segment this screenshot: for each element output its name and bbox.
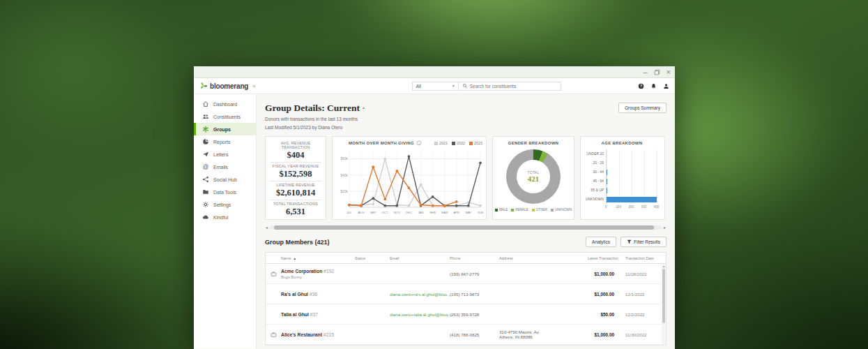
column-header-latest-transaction[interactable]: Latest Transaction: [565, 255, 618, 262]
analytics-button[interactable]: Analytics: [586, 237, 616, 247]
hscroll-track[interactable]: [270, 225, 662, 230]
svg-text:$60k: $60k: [341, 157, 349, 161]
member-email[interactable]: diana.otero+talia.al.ghul@bloo...: [390, 312, 450, 317]
vertical-scrollbar[interactable]: ▲: [662, 265, 666, 345]
account-icon[interactable]: [663, 83, 669, 89]
member-contact: Bugs Bunny: [281, 275, 355, 279]
table-row[interactable]: Acme Corporation #192Bugs Bunny (199) 84…: [266, 264, 666, 284]
legend-swatch: [551, 209, 554, 211]
sidebar-item-social-hub[interactable]: Social Hub: [194, 173, 256, 186]
share-icon: [202, 176, 209, 183]
legend-item[interactable]: 2023: [469, 141, 482, 145]
filter-results-label: Filter Results: [634, 239, 660, 244]
column-header-transaction-date[interactable]: Transaction Date: [618, 255, 660, 262]
hscroll-thumb[interactable]: [274, 225, 654, 230]
member-transaction-date: 11/30/2022: [618, 332, 660, 337]
filter-results-button[interactable]: Filter Results: [620, 237, 667, 247]
svg-text:FEB: FEB: [429, 211, 435, 214]
member-transaction-date: 11/28/2022: [618, 272, 660, 276]
home-icon: [202, 101, 209, 107]
folder-icon: [202, 188, 209, 195]
charts-row: AVG. REVENUE TRANSACTION$404 FISCAL YEAR…: [265, 136, 667, 220]
legend-item[interactable]: 2022: [452, 141, 465, 145]
sidebar-item-emails[interactable]: @ Emails: [194, 161, 256, 173]
age-row: 45 - 64: [584, 177, 660, 186]
help-icon[interactable]: ?: [638, 83, 644, 89]
mom-chart-legend[interactable]: 202120222023: [434, 141, 482, 145]
table-header-row: Name▲ Status Email Phone Address Latest …: [266, 253, 666, 264]
search-scope-dropdown[interactable]: All ▾: [412, 82, 458, 91]
legend-item[interactable]: FEMALE: [511, 208, 528, 211]
legend-label: 2021: [439, 141, 448, 145]
member-phone: (263) 359-9728: [450, 312, 499, 317]
table-row[interactable]: Ra's al Ghul #36 diana.otero+ra's.al.ghu…: [266, 284, 666, 304]
age-bars: UNDER 2020 - 2930 - 4445 - 6465 & UPUNKN…: [584, 149, 660, 204]
legend-item[interactable]: UNKNOWN: [551, 208, 572, 211]
member-email[interactable]: diana.otero+ra's.al.ghul@bloo...: [390, 292, 450, 297]
member-name[interactable]: Ra's al Ghul: [281, 292, 308, 297]
app-header: bloomerang « All ▾ ?: [194, 78, 675, 94]
age-bar[interactable]: [607, 197, 657, 202]
sidebar-item-letters[interactable]: Letters: [194, 148, 256, 161]
member-latest-transaction: $1,000.00: [565, 272, 618, 276]
sidebar-item-data-tools[interactable]: Data Tools: [194, 186, 256, 198]
sidebar-item-kindful[interactable]: Kindful: [194, 211, 256, 223]
gender-breakdown-card: GENDER BREAKDOWN TOTAL 421 MALEFEMALEOTH…: [492, 136, 574, 220]
member-name[interactable]: Talia al Ghul: [281, 312, 309, 317]
sidebar-item-groups[interactable]: Groups: [194, 123, 256, 135]
age-row: UNKNOWN: [584, 195, 660, 204]
svg-text:MAR: MAR: [441, 211, 448, 214]
column-header-name[interactable]: Name▲: [281, 255, 355, 262]
legend-label: OTHER: [536, 208, 547, 211]
notifications-bell-icon[interactable]: [650, 83, 657, 89]
restore-icon[interactable]: [654, 69, 660, 75]
scroll-up-icon[interactable]: ▲: [662, 265, 666, 268]
bloomerang-logo[interactable]: bloomerang: [199, 82, 248, 90]
table-row[interactable]: Alice's Restaurant #215 (418) 788-0825 3…: [266, 325, 666, 345]
flower-icon: [202, 126, 209, 133]
sidebar-item-dashboard[interactable]: Dashboard: [194, 98, 256, 110]
scroll-left-icon[interactable]: ◄: [265, 225, 268, 230]
column-header-phone[interactable]: Phone: [450, 255, 499, 262]
search-box[interactable]: [458, 82, 561, 91]
sidebar-item-reports[interactable]: Reports: [194, 135, 256, 148]
groups-summary-button[interactable]: Groups Summary: [618, 103, 667, 113]
title-caret-icon[interactable]: ▴: [363, 105, 365, 110]
column-header-email[interactable]: Email: [390, 255, 450, 262]
legend-swatch: [532, 209, 535, 211]
window-titlebar: – ×: [194, 66, 675, 78]
info-icon[interactable]: i: [416, 140, 422, 146]
svg-text:JAN: JAN: [418, 211, 423, 214]
gender-legend[interactable]: MALEFEMALEOTHERUNKNOWN: [495, 208, 572, 211]
sidebar-item-label: Data Tools: [213, 190, 236, 195]
chevron-down-icon: ▾: [452, 84, 455, 88]
search-input[interactable]: [470, 84, 554, 89]
age-track: [606, 149, 660, 158]
sidebar-item-constituents[interactable]: Constituents: [194, 110, 256, 123]
sidebar-item-settings[interactable]: Settings: [194, 198, 256, 211]
member-name[interactable]: Alice's Restaurant: [281, 332, 322, 337]
member-id: #215: [323, 332, 334, 337]
age-row: 20 - 29: [584, 158, 660, 168]
table-row[interactable]: Talia al Ghul #37 diana.otero+talia.al.g…: [266, 304, 666, 325]
age-category-label: UNKNOWN: [584, 198, 606, 201]
scroll-right-icon[interactable]: ►: [663, 225, 667, 230]
legend-item[interactable]: OTHER: [532, 208, 547, 211]
member-name[interactable]: Acme Corporation: [281, 269, 322, 274]
legend-label: UNKNOWN: [555, 208, 572, 211]
people-icon: [202, 113, 209, 120]
group-members-title: Group Members (421): [265, 239, 330, 246]
page-title: Group Details: Current: [265, 103, 360, 113]
minimize-icon[interactable]: –: [643, 68, 647, 75]
horizontal-scrollbar[interactable]: ◄ ►: [265, 225, 667, 230]
sidebar-item-label: Letters: [213, 152, 228, 157]
column-header-address[interactable]: Address: [499, 255, 565, 262]
column-header-status[interactable]: Status: [355, 255, 390, 262]
legend-item[interactable]: 2021: [434, 141, 448, 145]
vscroll-thumb[interactable]: [662, 269, 665, 323]
legend-label: MALE: [499, 208, 508, 211]
age-axis-tick: 200: [628, 205, 634, 209]
legend-item[interactable]: MALE: [495, 208, 508, 211]
close-icon[interactable]: ×: [667, 68, 671, 75]
sidebar-collapse-icon[interactable]: «: [252, 83, 255, 89]
